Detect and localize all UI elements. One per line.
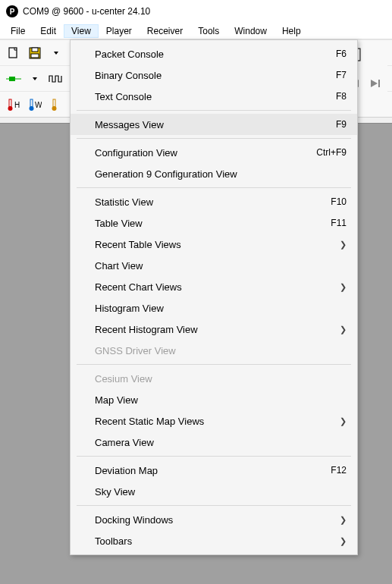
- menu-window[interactable]: Window: [227, 24, 274, 38]
- next-track-icon[interactable]: [366, 74, 384, 93]
- menu-item-label: Toolbars: [95, 535, 340, 547]
- menu-item-label: Binary Console: [95, 70, 336, 81]
- menu-file[interactable]: File: [3, 24, 33, 38]
- menu-item-label: Configuration View: [95, 147, 316, 159]
- menu-item-cesium-view: Cesium View: [71, 368, 357, 389]
- menu-item-recent-static-map-views[interactable]: Recent Static Map Views❯: [71, 410, 357, 432]
- chevron-right-icon: ❯: [340, 515, 347, 525]
- svg-text:H: H: [14, 101, 20, 109]
- menu-item-table-view[interactable]: Table ViewF11: [71, 212, 357, 234]
- baud-icon[interactable]: [47, 70, 65, 88]
- chevron-right-icon: ❯: [340, 325, 347, 334]
- menu-item-packet-console[interactable]: Packet ConsoleF6: [71, 43, 357, 64]
- thermo-extra-icon[interactable]: [47, 96, 65, 114]
- svg-marker-22: [371, 80, 378, 87]
- menu-item-label: Recent Table Views: [95, 239, 340, 250]
- menu-item-messages-view[interactable]: Messages ViewF9: [71, 114, 357, 135]
- svg-text:W: W: [35, 101, 42, 109]
- menu-item-accelerator: F7: [336, 70, 347, 80]
- menu-item-label: Deviation Map: [95, 465, 331, 476]
- svg-point-14: [30, 106, 34, 111]
- svg-point-17: [52, 106, 57, 111]
- menu-item-map-view[interactable]: Map View: [71, 389, 357, 410]
- menu-item-chart-view[interactable]: Chart View: [71, 255, 357, 276]
- menu-item-accelerator: F8: [336, 91, 347, 102]
- window-title: COM9 @ 9600 - u-center 24.10: [23, 6, 150, 17]
- menu-item-label: Chart View: [95, 260, 347, 272]
- menu-tools[interactable]: Tools: [190, 24, 227, 38]
- svg-marker-4: [54, 52, 58, 55]
- menu-item-label: Messages View: [95, 119, 336, 130]
- svg-rect-23: [378, 80, 380, 87]
- chevron-right-icon: ❯: [340, 282, 347, 292]
- menu-item-text-console[interactable]: Text ConsoleF8: [71, 86, 357, 107]
- menu-item-gnss-driver-view: GNSS Driver View: [71, 340, 357, 361]
- menu-item-configuration-view[interactable]: Configuration ViewCtrl+F9: [71, 142, 357, 163]
- menu-item-recent-table-views[interactable]: Recent Table Views❯: [71, 234, 357, 255]
- svg-rect-16: [53, 99, 55, 107]
- menu-item-accelerator: F11: [331, 218, 347, 228]
- menu-item-camera-view[interactable]: Camera View: [71, 432, 357, 453]
- menu-item-label: Generation 9 Configuration View: [95, 168, 347, 180]
- thermo-w-icon[interactable]: W: [26, 96, 44, 114]
- menu-item-docking-windows[interactable]: Docking Windows❯: [71, 509, 357, 530]
- save-icon[interactable]: [26, 44, 44, 62]
- chevron-right-icon: ❯: [340, 416, 347, 426]
- menu-help[interactable]: Help: [274, 24, 309, 38]
- menu-edit[interactable]: Edit: [33, 24, 64, 38]
- svg-marker-8: [33, 77, 37, 80]
- menu-item-generation-9-configuration-view[interactable]: Generation 9 Configuration View: [71, 163, 357, 184]
- menu-item-sky-view[interactable]: Sky View: [71, 481, 357, 502]
- svg-rect-0: [9, 48, 17, 58]
- svg-rect-2: [32, 48, 38, 52]
- connect-dropdown-icon[interactable]: [26, 70, 44, 88]
- menu-item-accelerator: Ctrl+F9: [316, 147, 347, 158]
- menu-receiver[interactable]: Receiver: [140, 24, 190, 38]
- thermo-h-icon[interactable]: H: [5, 96, 23, 114]
- svg-rect-13: [30, 99, 33, 107]
- titlebar: P COM9 @ 9600 - u-center 24.10: [0, 0, 392, 23]
- menu-item-toolbars[interactable]: Toolbars❯: [71, 530, 357, 551]
- chevron-right-icon: ❯: [340, 240, 347, 250]
- menu-item-deviation-map[interactable]: Deviation MapF12: [71, 460, 357, 481]
- save-dropdown-icon[interactable]: [47, 44, 65, 62]
- svg-rect-3: [31, 54, 39, 58]
- menu-item-label: Recent Static Map Views: [95, 416, 340, 427]
- chevron-right-icon: ❯: [340, 536, 347, 546]
- menu-item-binary-console[interactable]: Binary ConsoleF7: [71, 64, 357, 86]
- menu-item-label: Cesium View: [95, 373, 347, 385]
- menu-item-label: Text Console: [95, 91, 336, 102]
- app-icon: P: [6, 5, 18, 17]
- menu-item-label: Statistic View: [95, 196, 331, 208]
- menu-separator: [77, 505, 351, 506]
- new-file-icon[interactable]: [5, 44, 23, 62]
- menu-item-label: Recent Chart Views: [95, 281, 340, 293]
- menu-item-label: GNSS Driver View: [95, 345, 347, 356]
- svg-rect-6: [9, 77, 15, 81]
- menu-separator: [77, 364, 351, 365]
- connect-icon[interactable]: [5, 70, 23, 88]
- menu-item-label: Packet Console: [95, 49, 336, 60]
- menu-item-label: Histogram View: [95, 303, 347, 314]
- menu-item-label: Table View: [95, 218, 331, 229]
- menu-item-recent-chart-views[interactable]: Recent Chart Views❯: [71, 276, 357, 297]
- menu-item-accelerator: F10: [331, 196, 347, 207]
- menu-item-accelerator: F12: [331, 465, 347, 476]
- menu-item-label: Sky View: [95, 486, 347, 498]
- menu-item-label: Recent Histogram View: [95, 324, 340, 335]
- menu-item-label: Map View: [95, 394, 347, 406]
- menu-player[interactable]: Player: [99, 24, 140, 38]
- menu-separator: [77, 187, 351, 188]
- menubar: File Edit View Player Receiver Tools Win…: [0, 23, 392, 39]
- menu-view[interactable]: View: [64, 24, 99, 38]
- menu-item-accelerator: F9: [336, 119, 347, 130]
- menu-separator: [77, 138, 351, 139]
- menu-item-recent-histogram-view[interactable]: Recent Histogram View❯: [71, 319, 357, 340]
- svg-rect-10: [9, 99, 11, 107]
- menu-separator: [77, 456, 351, 457]
- menu-item-accelerator: F6: [336, 49, 347, 59]
- menu-item-histogram-view[interactable]: Histogram View: [71, 297, 357, 319]
- menu-item-label: Camera View: [95, 437, 347, 448]
- menu-item-statistic-view[interactable]: Statistic ViewF10: [71, 191, 357, 212]
- menu-item-label: Docking Windows: [95, 514, 340, 526]
